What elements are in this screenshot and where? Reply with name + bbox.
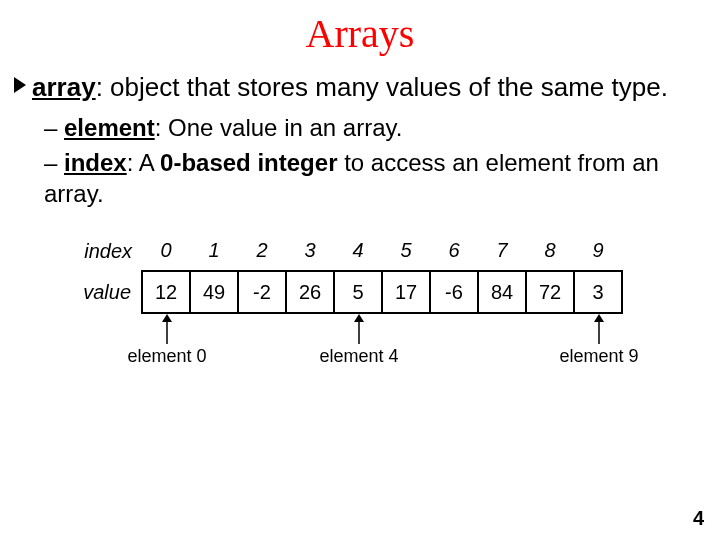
label-text: element 0 [122,346,212,367]
term-array: array [32,72,96,102]
bullet-array-definition: array: object that stores many values of… [0,71,720,104]
value-cell: 49 [190,271,238,313]
value-cell: 17 [382,271,430,313]
arrow-up-icon [353,314,365,344]
index-cell: 6 [430,231,478,271]
value-cell: 84 [478,271,526,313]
bullet-rest: : object that stores many values of the … [96,72,668,102]
subitem-index: – index: A 0-based integer to access an … [44,147,700,209]
value-cell: 12 [142,271,190,313]
index-cell: 3 [286,231,334,271]
zero-based-integer: 0-based integer [160,149,337,176]
term-element: element [64,114,155,141]
svg-marker-6 [594,314,604,322]
label-element-4: element 4 [314,314,404,367]
element-labels: element 0 element 4 element 9 [74,314,720,384]
index-row: index 0 1 2 3 4 5 6 7 8 9 [74,231,622,271]
row-header-index: index [74,231,142,271]
value-cell: 5 [334,271,382,313]
svg-marker-2 [162,314,172,322]
arrow-up-icon [593,314,605,344]
index-cell: 1 [190,231,238,271]
index-cell: 8 [526,231,574,271]
label-element-9: element 9 [554,314,644,367]
term-index: index [64,149,127,176]
index-cell: 7 [478,231,526,271]
value-cell: -2 [238,271,286,313]
label-text: element 9 [554,346,644,367]
array-table: index 0 1 2 3 4 5 6 7 8 9 value 12 49 -2… [74,231,720,314]
page-number: 4 [693,507,704,530]
index-cell: 0 [142,231,190,271]
bullet-icon [14,77,30,93]
label-text: element 4 [314,346,404,367]
subitem-index-rest1: : A [127,149,160,176]
page-title: Arrays [0,10,720,57]
index-cell: 2 [238,231,286,271]
index-cell: 5 [382,231,430,271]
value-cell: 3 [574,271,622,313]
svg-marker-0 [14,77,26,93]
bullet-text: array: object that stores many values of… [32,71,702,104]
svg-marker-4 [354,314,364,322]
subitem-element-rest: : One value in an array. [155,114,403,141]
row-header-value: value [74,271,142,313]
subitem-element: – element: One value in an array. [44,112,700,143]
value-row: value 12 49 -2 26 5 17 -6 84 72 3 [74,271,622,313]
arrow-up-icon [161,314,173,344]
index-cell: 4 [334,231,382,271]
dash: – [44,149,64,176]
label-element-0: element 0 [122,314,212,367]
sublist: – element: One value in an array. – inde… [0,104,720,210]
dash: – [44,114,64,141]
index-cell: 9 [574,231,622,271]
value-cell: -6 [430,271,478,313]
value-cell: 26 [286,271,334,313]
value-cell: 72 [526,271,574,313]
